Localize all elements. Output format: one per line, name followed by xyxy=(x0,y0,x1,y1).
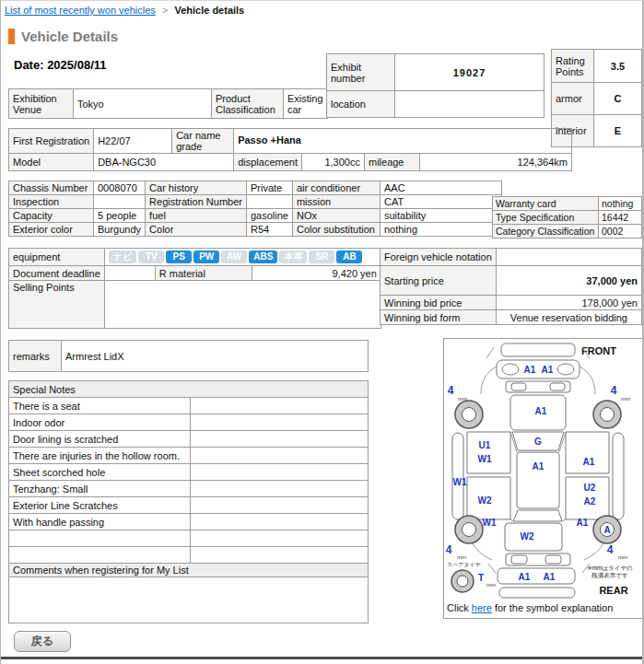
mileage-label: mileage xyxy=(364,154,419,171)
right-sill xyxy=(613,433,624,519)
model-label: Model xyxy=(9,154,94,171)
left-sill xyxy=(452,433,463,519)
special-note-text: There are injuries in the hollow room. xyxy=(9,448,191,464)
front-label: FRONT xyxy=(581,345,616,356)
date-label: Date: xyxy=(14,58,44,72)
selling-points-label: Selling Points xyxy=(9,281,105,329)
special-note-text: There is a seat xyxy=(9,398,191,414)
tire-depth-front-right: 4 xyxy=(611,384,617,397)
zone-roof: A1 xyxy=(533,461,544,472)
nox-label: NOx xyxy=(292,209,380,223)
exhibit-number-label: Exhibit number xyxy=(327,54,395,91)
breadcrumb-link-won-vehicles[interactable]: List of most recently won vehicles xyxy=(5,5,156,16)
capacity-label: Capacity xyxy=(9,209,94,223)
product-classification-value: Existing car xyxy=(284,89,328,119)
category-classification-value: 0002 xyxy=(599,225,642,239)
warranty-card-label: Warranty card xyxy=(493,197,599,211)
click-suffix: for the symbol explanation xyxy=(495,602,613,613)
foglight-left xyxy=(511,383,526,390)
special-note-extra xyxy=(191,414,369,431)
breadcrumb-current: Vehicle details xyxy=(174,5,244,16)
spare-tire-hub xyxy=(457,576,468,587)
color-substitution-label: Color substitution xyxy=(292,223,380,237)
exterior-color-label: Exterior color xyxy=(9,223,94,237)
document-deadline-value xyxy=(104,266,155,281)
exhibit-table: Exhibit number 19027 location xyxy=(326,53,544,118)
zone-spare-tire: T xyxy=(478,573,484,583)
zone-front-lights-left: A1 xyxy=(524,365,536,375)
inspection-label: Inspection xyxy=(9,195,94,209)
rating-points-label: Rating Points xyxy=(552,50,594,83)
spare-tire-label: スペアタイヤ xyxy=(447,562,481,567)
nox-value: suitability xyxy=(380,209,501,223)
tire-depth-front-left: 4 xyxy=(448,384,454,397)
special-note-text: Tenzhang: Small xyxy=(9,481,191,497)
tire-depth-rear-left: 4 xyxy=(446,543,452,556)
badge-pw: PW xyxy=(193,250,219,263)
zone-fl-door-u1: U1 xyxy=(479,440,491,450)
mylist-comments-table: Comments when registering for My List xyxy=(8,563,369,623)
damage-diagram-panel: FRONT A1 A1 A1 G A1 W1 xyxy=(443,338,643,619)
location-value xyxy=(395,91,544,118)
mm-unit-spare: mm xyxy=(486,582,496,588)
exhibition-venue-label: Exhibition Venue xyxy=(9,89,74,119)
mm-unit-rr: mm xyxy=(618,554,627,560)
air-conditioner-value: AAC xyxy=(380,181,501,195)
taillight-left xyxy=(511,555,527,564)
capacity-value: 5 people xyxy=(94,209,146,223)
rear-bumper xyxy=(498,568,575,584)
zone-hood: A1 xyxy=(535,406,547,416)
special-note-text: Indoor odor xyxy=(9,414,191,431)
headlight-right xyxy=(557,364,574,375)
rating-points-value: 3.5 xyxy=(594,50,642,83)
click-prefix: Click xyxy=(447,602,469,613)
mylist-comments-value xyxy=(9,577,369,623)
zone-rl-door-w2: W2 xyxy=(478,495,492,506)
foglight-right xyxy=(550,383,565,390)
breadcrumb-separator: > xyxy=(162,5,168,16)
fender-line-left xyxy=(481,367,497,394)
car-history-value: Private xyxy=(246,181,292,195)
foreign-vehicle-notation-value xyxy=(496,249,641,266)
armor-label: armor xyxy=(552,83,594,115)
chassis-number-label: Chassis Number xyxy=(9,181,94,195)
warranty-table: Warranty card nothing Type Specification… xyxy=(492,196,642,239)
zone-rear-bumper-right: A1 xyxy=(544,572,556,582)
model-value: DBA-NGC30 xyxy=(94,154,234,171)
zone-rear-bumper-left: A1 xyxy=(519,572,531,582)
special-note-extra xyxy=(191,547,369,564)
product-classification-label: Product Classification xyxy=(212,89,284,119)
document-deadline-label: Document deadline xyxy=(9,266,105,281)
special-note-extra xyxy=(191,514,369,530)
badge-sr: SR xyxy=(309,250,334,263)
r-material-value: 9,420 yen xyxy=(252,266,381,281)
back-button[interactable]: 戻る xyxy=(14,631,71,652)
mission-label: mission xyxy=(292,195,380,209)
car-history-label: Car history xyxy=(146,181,247,195)
remarks-label: remarks xyxy=(9,341,62,372)
zone-left-sill: W1 xyxy=(453,477,467,487)
headlight-left xyxy=(502,364,519,375)
mylist-comments-title: Comments when registering for My List xyxy=(9,564,369,577)
mm-unit-rl: mm xyxy=(457,554,466,560)
zone-front-lights-right: A1 xyxy=(542,365,554,375)
mileage-value: 124,364km xyxy=(419,154,571,171)
special-notes-title: Special Notes xyxy=(9,381,369,398)
wheel-front-left-hub xyxy=(463,408,476,422)
zone-rear-right-wheel: A xyxy=(603,525,610,535)
headlight-band xyxy=(497,360,580,379)
page-title: Vehicle Details xyxy=(8,29,118,44)
mm-note-line2: 残溝表示です xyxy=(591,572,628,579)
symbol-explanation-line: Clickherefor the symbol explanation xyxy=(447,602,613,613)
wheel-rear-left-hub xyxy=(463,523,476,537)
badge-aw: AW xyxy=(221,250,247,263)
special-note-text: Exterior Line Scratches xyxy=(9,497,191,514)
inspection-value xyxy=(94,195,146,209)
symbol-explanation-link[interactable]: here xyxy=(472,602,492,613)
breadcrumb: List of most recently won vehicles > Veh… xyxy=(5,5,244,16)
selling-points-value xyxy=(104,281,381,329)
foreign-vehicle-notation-label: Foreign vehicle notation xyxy=(381,249,497,266)
badge-leather: 本革 xyxy=(279,250,307,263)
equipment-badges: ナビTVPSPWAWABS本革SRAB xyxy=(104,249,381,266)
exhibition-venue-value: Tokyo xyxy=(74,89,212,119)
